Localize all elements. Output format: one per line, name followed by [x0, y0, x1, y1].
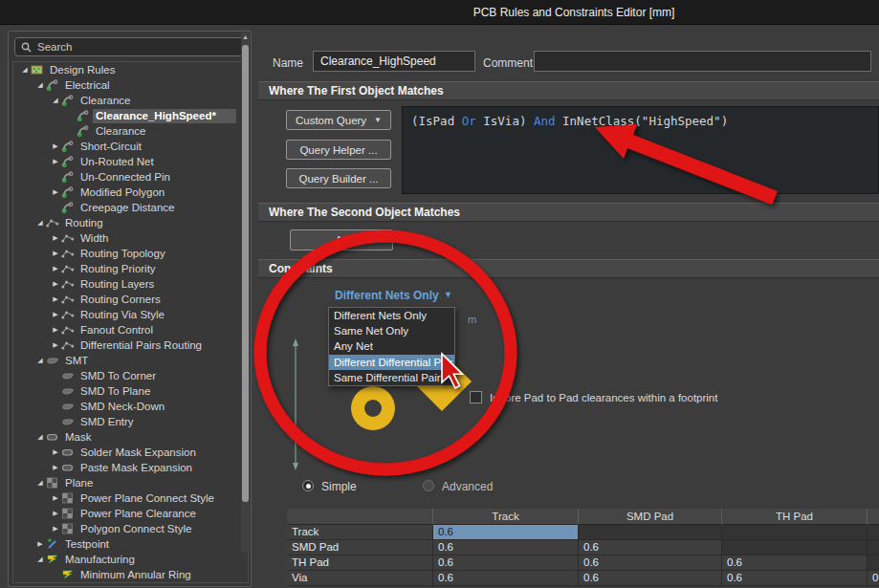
tree-item[interactable]: ◢Plane: [13, 475, 248, 490]
tree-item[interactable]: Un-Connected Pin: [13, 169, 248, 185]
name-field[interactable]: Clearance_HighSpeed: [313, 51, 475, 72]
table-cell[interactable]: 0.6: [722, 555, 868, 571]
table-cell[interactable]: 0.6: [579, 555, 722, 571]
expander-closed-icon[interactable]: ▶: [34, 540, 46, 548]
expander-closed-icon[interactable]: ▶: [50, 280, 61, 288]
expander-open-icon[interactable]: ◢: [34, 357, 46, 364]
expander-closed-icon[interactable]: ▶: [50, 448, 61, 456]
tree-item[interactable]: ◢Manufacturing: [13, 552, 248, 567]
pad-round-icon: [351, 386, 395, 430]
table-cell[interactable]: 0.6: [868, 571, 879, 586]
expander-closed-icon[interactable]: ▶: [50, 525, 61, 533]
scope-dropdown-button[interactable]: Custom Query ▼: [286, 110, 391, 130]
expander-closed-icon[interactable]: ▶: [50, 188, 61, 196]
dropdown-option[interactable]: Same Net Only: [329, 323, 454, 338]
expander-open-icon[interactable]: ◢: [34, 555, 46, 563]
expander-open-icon[interactable]: ◢: [50, 97, 61, 104]
tree-item-label: Differential Pairs Routing: [77, 338, 205, 353]
expander-closed-icon[interactable]: ▶: [50, 341, 61, 349]
ignore-pad-checkbox[interactable]: [470, 391, 482, 403]
expander-closed-icon[interactable]: ▶: [50, 142, 61, 150]
dropdown-option[interactable]: Different Differential Pair: [329, 355, 454, 370]
tree-item[interactable]: ▶Testpoint: [13, 536, 248, 552]
tree-item[interactable]: ◢Routing: [13, 215, 248, 230]
tree-item[interactable]: ◢Clearance: [13, 93, 248, 108]
tree-item-label: Routing Priority: [77, 262, 159, 276]
table-cell[interactable]: 0.6: [579, 540, 722, 555]
expander-open-icon[interactable]: ◢: [19, 66, 31, 74]
expander-closed-icon[interactable]: ▶: [50, 311, 61, 318]
tree-scrollbar[interactable]: ▲: [241, 33, 250, 553]
scroll-up-icon[interactable]: ▲: [241, 33, 250, 40]
tree-item[interactable]: Clearance: [13, 123, 248, 139]
expander-closed-icon[interactable]: ▶: [50, 326, 61, 334]
expander-open-icon[interactable]: ◢: [34, 433, 46, 441]
table-cell[interactable]: 0.6: [433, 525, 579, 540]
tree-item-label: Polygon Connect Style: [77, 522, 194, 536]
expander-closed-icon[interactable]: ▶: [50, 510, 61, 517]
tree-item[interactable]: SMD Neck-Down: [13, 399, 248, 414]
tree-item[interactable]: Clearance_HighSpeed*: [13, 108, 248, 123]
tree-item[interactable]: ▶Routing Via Style: [13, 307, 248, 322]
dropdown-option[interactable]: Different Nets Only: [329, 308, 454, 323]
tree-item[interactable]: ▶Modified Polygon: [13, 185, 248, 200]
tree-item[interactable]: ▶Short-Circuit: [13, 139, 248, 154]
tree-item[interactable]: SMD To Corner: [13, 368, 248, 383]
tree-item[interactable]: ▶Width: [13, 230, 248, 246]
expander-closed-icon[interactable]: ▶: [50, 265, 61, 272]
tree-item[interactable]: ▶Routing Layers: [13, 276, 248, 292]
tree-item[interactable]: ▶Paste Mask Expansion: [13, 460, 248, 475]
query-helper-button[interactable]: Query Helper ...: [286, 140, 391, 160]
expander-closed-icon[interactable]: ▶: [50, 158, 61, 165]
table-cell[interactable]: 0.6: [433, 571, 579, 586]
tree-item-label: Paste Mask Expansion: [77, 461, 195, 475]
tree-item[interactable]: ▶Power Plane Connect Style: [13, 490, 248, 506]
second-scope-button[interactable]: All: [290, 229, 393, 250]
search-input[interactable]: Search: [14, 37, 245, 56]
tree-item[interactable]: ◢Design Rules: [13, 62, 248, 77]
expander-closed-icon[interactable]: ▶: [50, 234, 61, 242]
expander-closed-icon[interactable]: ▶: [50, 464, 61, 471]
simple-radio[interactable]: [302, 480, 314, 491]
tree-item[interactable]: ◢SMT: [13, 353, 248, 368]
expander-open-icon[interactable]: ◢: [34, 81, 46, 89]
tree-item[interactable]: ▶Differential Pairs Routing: [13, 338, 248, 353]
query-builder-button[interactable]: Query Builder ...: [286, 168, 391, 188]
dropdown-option[interactable]: Same Differential Pair: [329, 370, 454, 385]
expander-open-icon[interactable]: ◢: [34, 219, 46, 227]
tree-item[interactable]: ▶Routing Corners: [13, 292, 248, 307]
tree-scrollbar-thumb[interactable]: [242, 45, 249, 502]
tree-item[interactable]: SMD Entry: [13, 414, 248, 429]
clearance-icon: [46, 79, 59, 91]
rules-tree-panel: Search ◢Design Rules◢Electrical◢Clearanc…: [8, 31, 252, 587]
expander-closed-icon[interactable]: ▶: [50, 295, 61, 303]
tree-item[interactable]: SMD To Plane: [13, 383, 248, 399]
tree-item[interactable]: ▶Un-Routed Net: [13, 154, 248, 169]
tree-item[interactable]: ◢Electrical: [13, 77, 248, 93]
chevron-down-icon[interactable]: ▼: [444, 290, 452, 299]
dropdown-option[interactable]: Any Net: [329, 338, 454, 354]
tree-item[interactable]: ▶Fanout Control: [13, 322, 248, 338]
expander-closed-icon[interactable]: ▶: [50, 250, 61, 257]
tree-item[interactable]: ▶Routing Priority: [13, 261, 248, 276]
tree-item[interactable]: [13, 582, 248, 583]
table-cell[interactable]: 0.6: [433, 555, 579, 571]
tree-item[interactable]: ▶Routing Topology: [13, 246, 248, 261]
tree-item[interactable]: ◢Mask: [13, 429, 248, 445]
tree-item[interactable]: ▶Solder Mask Expansion: [13, 445, 248, 460]
table-cell[interactable]: 0.6: [433, 540, 579, 555]
tree-item[interactable]: ▶Power Plane Clearance: [13, 506, 248, 521]
expander-closed-icon[interactable]: ▶: [50, 494, 61, 502]
expander-open-icon[interactable]: ◢: [34, 479, 46, 487]
comment-field[interactable]: [534, 51, 871, 72]
advanced-radio[interactable]: [423, 480, 434, 491]
custom-query-editor[interactable]: (IsPad Or IsVia) And InNetClass("HighSpe…: [402, 106, 879, 194]
tree-item[interactable]: Creepage Distance: [13, 200, 248, 215]
table-cell[interactable]: 0.6: [579, 571, 722, 586]
window-title: PCB Rules and Constraints Editor [mm]: [473, 6, 675, 19]
tree-item[interactable]: Minimum Annular Ring: [13, 567, 248, 582]
table-cell[interactable]: 0.6: [722, 571, 868, 586]
tree-item-label: Routing Corners: [77, 293, 164, 307]
net-scope-value[interactable]: Different Nets Only: [335, 289, 439, 302]
tree-item[interactable]: ▶Polygon Connect Style: [13, 521, 248, 536]
